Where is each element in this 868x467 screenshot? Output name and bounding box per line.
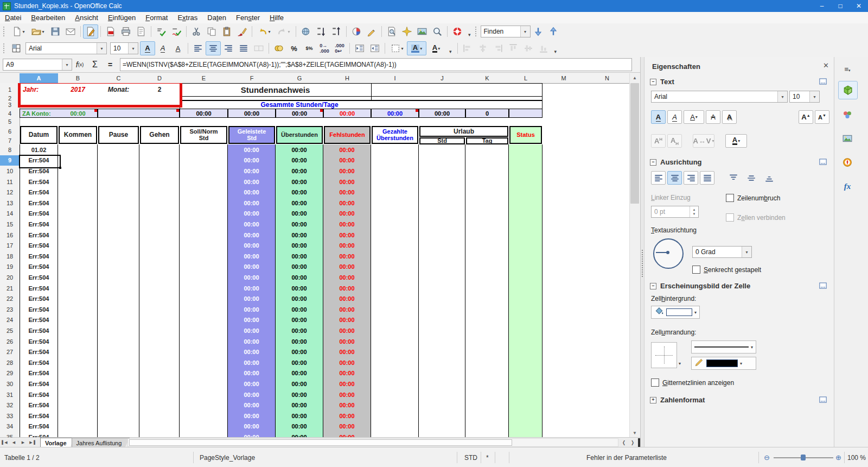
cut-button[interactable] <box>189 24 204 39</box>
cell-F34[interactable]: 00:00 <box>228 421 276 433</box>
help-button[interactable] <box>450 24 465 39</box>
cell-F23[interactable]: 00:00 <box>228 304 276 315</box>
cell-K35[interactable] <box>465 432 509 437</box>
cell-J29[interactable] <box>419 368 465 380</box>
cell-E27[interactable] <box>180 346 228 358</box>
cell-J22[interactable] <box>419 293 465 305</box>
zoom-level[interactable]: 100 % <box>847 447 866 467</box>
formula-button[interactable]: = <box>104 59 117 71</box>
cell-K15[interactable] <box>465 219 509 230</box>
find-input[interactable]: Finden ▾ <box>481 26 531 37</box>
header-status[interactable]: Status <box>509 126 542 144</box>
cell-D23[interactable] <box>139 304 180 315</box>
cell-C35[interactable] <box>98 432 139 437</box>
cell-C30[interactable] <box>98 378 139 390</box>
row-header-5[interactable]: 5 <box>0 118 20 126</box>
cell-G17[interactable]: 00:00 <box>276 240 323 251</box>
export-pdf-button[interactable] <box>103 24 118 39</box>
cell-C28[interactable] <box>98 357 139 369</box>
cell-D34[interactable] <box>139 421 180 433</box>
cell-E13[interactable] <box>180 198 228 209</box>
number-format-dialog-launcher-icon[interactable] <box>818 395 828 407</box>
cell-I9[interactable] <box>371 155 419 167</box>
cell-L12[interactable] <box>509 187 542 198</box>
cell-G30[interactable]: 00:00 <box>276 378 323 390</box>
cell-E22[interactable] <box>180 293 228 305</box>
cell-J13[interactable] <box>419 198 465 209</box>
cell-C31[interactable] <box>98 389 139 401</box>
column-header-F[interactable]: F <box>228 73 276 84</box>
cell-H27[interactable]: 00:00 <box>323 346 371 358</box>
strikethrough-button[interactable]: A <box>706 110 720 124</box>
cell-F27[interactable]: 00:00 <box>228 346 276 358</box>
cell-K23[interactable] <box>465 304 509 315</box>
panel-font-size[interactable]: 10 ▾ <box>789 91 820 103</box>
menu-format[interactable]: Format <box>141 12 173 23</box>
row-header-23[interactable]: 23 <box>0 304 20 315</box>
insert-chart-button[interactable] <box>349 24 364 39</box>
cell-cursor[interactable] <box>19 155 61 168</box>
cell-I27[interactable] <box>371 346 419 358</box>
underline-button[interactable]: A <box>170 41 186 55</box>
minimize-button[interactable]: – <box>813 0 831 12</box>
cell-G33[interactable]: 00:00 <box>276 411 323 422</box>
find-down-button[interactable] <box>531 24 546 39</box>
sheet-tab-vorlage[interactable]: Vorlage <box>40 438 75 447</box>
cell-D35[interactable] <box>139 432 180 437</box>
cell-C24[interactable] <box>98 315 139 326</box>
cell-A15[interactable]: Err:504 <box>20 219 58 230</box>
cell-I17[interactable] <box>371 240 419 251</box>
row-header-10[interactable]: 10 <box>0 166 20 177</box>
shrink-font-button[interactable]: A▼ <box>815 110 829 124</box>
cell-D13[interactable] <box>139 198 180 209</box>
column-header-D[interactable]: D <box>139 73 180 84</box>
cell-L27[interactable] <box>509 346 542 358</box>
cell-J11[interactable] <box>419 176 465 188</box>
borders-button[interactable]: ▾ <box>387 41 407 55</box>
cell-E24[interactable] <box>180 315 228 326</box>
page-preview-button[interactable] <box>133 24 149 39</box>
maximize-button[interactable]: □ <box>831 0 850 12</box>
cell-H8[interactable]: 00:00 <box>323 144 371 156</box>
cell-J19[interactable] <box>419 262 465 273</box>
summary-cell-E[interactable]: 00:00 <box>180 109 228 118</box>
row-header-34[interactable]: 34 <box>0 421 20 433</box>
cell-C17[interactable] <box>98 240 139 251</box>
sidebar-tab-styles[interactable] <box>838 106 857 123</box>
menu-fenster[interactable]: Fenster <box>231 12 265 23</box>
cell-F29[interactable]: 00:00 <box>228 368 276 380</box>
combo-dropdown-icon[interactable]: ▾ <box>128 43 138 54</box>
cell-F28[interactable]: 00:00 <box>228 357 276 369</box>
row-header-6[interactable]: 6 <box>0 125 20 137</box>
cell-F15[interactable]: 00:00 <box>228 219 276 230</box>
cell-H17[interactable]: 00:00 <box>323 240 371 251</box>
cell-G27[interactable]: 00:00 <box>276 346 323 358</box>
cell-A28[interactable]: Err:504 <box>20 357 58 369</box>
edit-mode-button[interactable] <box>83 24 98 39</box>
summary-cell-G[interactable]: 00:00 <box>276 109 323 118</box>
cell-C13[interactable] <box>98 198 139 209</box>
auto-spellcheck-button[interactable] <box>169 24 184 39</box>
cell-C33[interactable] <box>98 411 139 422</box>
header-urlaub-std[interactable]: Std <box>419 137 465 144</box>
cell-L16[interactable] <box>509 230 542 241</box>
cell-J32[interactable] <box>419 400 465 411</box>
cell-D8[interactable] <box>139 144 180 156</box>
cell-K20[interactable] <box>465 272 509 283</box>
cell-H30[interactable]: 00:00 <box>323 378 371 390</box>
vertical-scrollbar-thumb[interactable] <box>630 83 639 204</box>
cell-E30[interactable] <box>180 378 228 390</box>
cell-B14[interactable] <box>58 209 98 220</box>
cell-L22[interactable] <box>509 293 542 305</box>
sidebar-grid-button[interactable] <box>9 41 24 55</box>
cell-B15[interactable] <box>58 219 98 230</box>
cell-F12[interactable]: 00:00 <box>228 187 276 198</box>
cell-H16[interactable]: 00:00 <box>323 230 371 241</box>
cell-A25[interactable]: Err:504 <box>20 325 58 337</box>
grow-font-button[interactable]: A▲ <box>799 110 813 124</box>
cell-F25[interactable]: 00:00 <box>228 325 276 337</box>
row-header-15[interactable]: 15 <box>0 219 20 230</box>
cell-I20[interactable] <box>371 272 419 283</box>
cell-J35[interactable] <box>419 432 465 437</box>
cell-K16[interactable] <box>465 230 509 241</box>
